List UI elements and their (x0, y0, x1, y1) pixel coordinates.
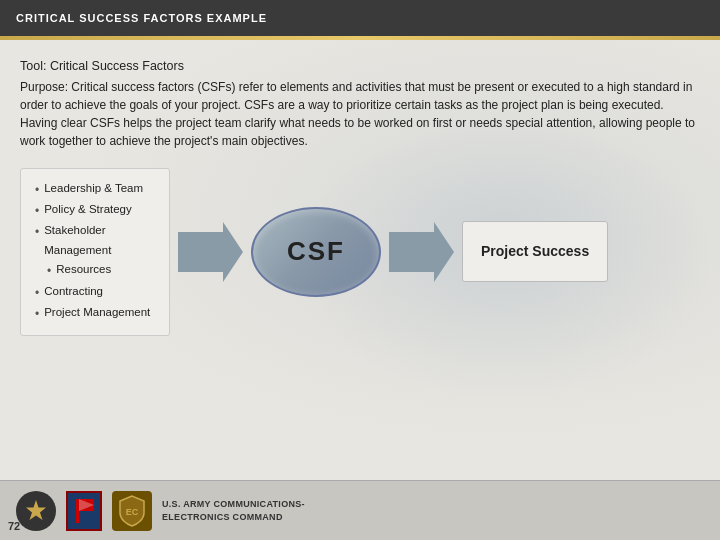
list-item: Leadership & Team (35, 179, 155, 200)
flag-icon (74, 499, 94, 523)
svg-marker-2 (26, 500, 46, 520)
list-item: Project Management (35, 303, 155, 324)
list-item: Resources (35, 260, 155, 281)
org-line2: ELECTRONICS COMMAND (162, 511, 305, 524)
arrow-icon-1 (178, 222, 243, 282)
list-item: Contracting (35, 282, 155, 303)
tool-line: Tool: Critical Success Factors (20, 58, 700, 76)
main-content: Tool: Critical Success Factors Purpose: … (0, 40, 720, 480)
bullet-list: Leadership & Team Policy & Strategy Stak… (35, 179, 155, 325)
footer: EC U.S. ARMY COMMUNICATIONS- ELECTRONICS… (0, 480, 720, 540)
army-logo (16, 491, 56, 531)
svg-rect-3 (76, 499, 79, 523)
svg-marker-1 (389, 222, 454, 282)
list-item: Stakeholder Management (35, 221, 155, 260)
arrow-right-1 (178, 222, 243, 282)
csf-ellipse: CSF (251, 207, 381, 297)
flag-logo (66, 491, 102, 531)
csf-diagram: Leadership & Team Policy & Strategy Stak… (20, 168, 700, 336)
header-bar: CRITICAL SUCCESS FACTORS EXAMPLE (0, 0, 720, 36)
star-icon (23, 498, 49, 524)
purpose-text: Purpose: Critical success factors (CSFs)… (20, 78, 700, 150)
project-success-box: Project Success (462, 221, 608, 283)
page-number: 72 (8, 520, 20, 532)
list-item: Policy & Strategy (35, 200, 155, 221)
svg-text:EC: EC (126, 507, 139, 517)
org-text-block: U.S. ARMY COMMUNICATIONS- ELECTRONICS CO… (162, 498, 305, 523)
shield-icon: EC (118, 495, 146, 527)
arrow-right-2 (389, 222, 454, 282)
project-success-label: Project Success (481, 243, 589, 259)
arrow-icon-2 (389, 222, 454, 282)
header-title: CRITICAL SUCCESS FACTORS EXAMPLE (16, 12, 267, 24)
svg-marker-0 (178, 222, 243, 282)
csf-label: CSF (287, 236, 345, 267)
shield-logo: EC (112, 491, 152, 531)
logo-area: EC U.S. ARMY COMMUNICATIONS- ELECTRONICS… (16, 491, 305, 531)
bullet-list-box: Leadership & Team Policy & Strategy Stak… (20, 168, 170, 336)
org-line1: U.S. ARMY COMMUNICATIONS- (162, 498, 305, 511)
